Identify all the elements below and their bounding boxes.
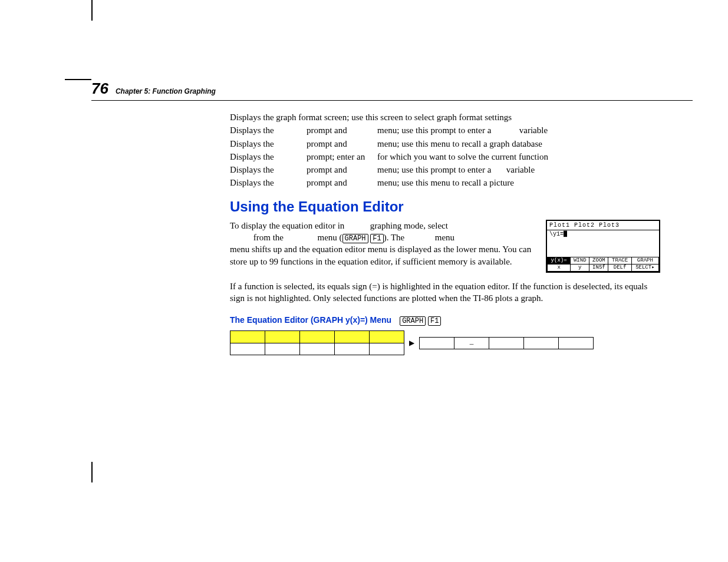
text: ). The <box>384 233 405 242</box>
table-row: Displays the prompt; enter an for which … <box>230 151 660 163</box>
calc-menu-item: x <box>548 264 571 271</box>
cell: menu; use this menu to recall a graph da… <box>377 138 660 150</box>
cell: prompt and <box>307 124 377 136</box>
menu-cell <box>524 337 559 349</box>
menu-cell <box>559 337 594 349</box>
menu-cell <box>335 343 370 355</box>
calc-menu-item: SELCT▸ <box>631 264 658 271</box>
format-row: Displays the graph format screen; use th… <box>230 111 660 123</box>
calc-body: \y1=█ <box>547 230 659 239</box>
table-row: Displays the prompt and menu; use this m… <box>230 177 660 189</box>
calc-menu-item: y <box>571 264 589 271</box>
menu-cell <box>230 343 265 355</box>
table-row: Displays the prompt and menu; use this m… <box>230 138 660 150</box>
section-heading: Using the Equation Editor <box>230 197 660 216</box>
calc-top-row: Plot1 Plot2 Plot3 <box>547 221 659 231</box>
cell: prompt and <box>307 164 377 176</box>
intro-block: To display the equation editor in graphi… <box>230 220 660 273</box>
calc-menu-item: INSf <box>589 264 608 271</box>
subsection-heading: The Equation Editor (GRAPH y(x)=) Menu G… <box>230 315 660 326</box>
page-content: Displays the graph format screen; use th… <box>230 111 660 355</box>
chapter-title: Chapter 5: Function Graphing <box>116 87 216 95</box>
cell: Displays the <box>230 177 307 189</box>
cell: menu; use this prompt to enter a variabl… <box>377 164 660 176</box>
cell-text: menu; use this prompt to enter a <box>377 125 491 135</box>
menu-cell <box>335 331 370 343</box>
menu-cell <box>230 331 265 343</box>
cell-text: menu; use this prompt to enter a <box>377 165 491 174</box>
paragraph: If a function is selected, its equals si… <box>230 280 660 305</box>
paragraph: To display the equation editor in graphi… <box>230 220 534 267</box>
cell: menu; use this prompt to enter a variabl… <box>377 124 660 136</box>
page-body: 76 Chapter 5: Function Graphing Displays… <box>91 80 693 462</box>
calc-menu-item: GRAPH <box>631 257 658 264</box>
cell: menu; use this menu to recall a picture <box>377 177 660 189</box>
menu-cell <box>370 331 404 343</box>
menu-cell <box>265 331 300 343</box>
menu-cell <box>420 337 454 349</box>
calc-menu-item: WIND <box>571 257 589 264</box>
keycap-f1: F1 <box>370 234 383 243</box>
table-row: Displays the prompt and menu; use this p… <box>230 124 660 136</box>
menu-cell: – <box>454 337 489 349</box>
page-header: 76 Chapter 5: Function Graphing <box>91 80 693 101</box>
crop-mark <box>91 462 93 482</box>
cell: prompt and <box>307 177 377 189</box>
text: menu shifts up and the equation editor m… <box>230 244 531 266</box>
table-row: Displays the prompt and menu; use this p… <box>230 164 660 176</box>
calc-menu-item: TRACE <box>608 257 631 264</box>
text: menu <box>435 233 454 242</box>
calculator-screenshot: Plot1 Plot2 Plot3 \y1=█ y(x)= WIND ZOOM … <box>546 220 660 273</box>
menu-cell <box>489 337 524 349</box>
crop-mark <box>65 79 91 80</box>
crop-mark <box>91 0 93 21</box>
cell: Displays the <box>230 151 307 163</box>
keycap-graph: GRAPH <box>400 316 426 326</box>
arrow-right-icon: ▶ <box>409 338 414 348</box>
menu-table-left <box>230 330 404 355</box>
menu-cell <box>300 343 335 355</box>
keycap-graph: GRAPH <box>342 234 368 243</box>
text: graphing mode, select <box>370 221 448 230</box>
calc-menu-item: DELf <box>608 264 631 271</box>
cell-text: variable <box>519 125 548 135</box>
text: from the <box>253 233 284 242</box>
page-number: 76 <box>91 80 108 98</box>
cell: Displays the <box>230 164 307 176</box>
cell: for which you want to solve the current … <box>377 151 660 163</box>
cell: prompt and <box>307 138 377 150</box>
menu-tables: ▶ – <box>230 330 660 355</box>
subsection-title-text: The Equation Editor (GRAPH y(x)=) Menu <box>230 315 391 326</box>
cell: Displays the <box>230 124 307 136</box>
cell: Displays the <box>230 138 307 150</box>
text: menu ( <box>317 233 342 242</box>
cell-text: variable <box>506 165 535 174</box>
calc-menu-item: ZOOM <box>589 257 608 264</box>
menu-cell <box>370 343 404 355</box>
menu-cell <box>300 331 335 343</box>
cell: prompt; enter an <box>307 151 377 163</box>
text: To display the equation editor in <box>230 221 344 230</box>
calc-menu: y(x)= WIND ZOOM TRACE GRAPH x y INSf DEL… <box>547 257 659 272</box>
calc-menu-item: y(x)= <box>548 257 571 264</box>
menu-cell <box>265 343 300 355</box>
keycap-f1: F1 <box>428 316 441 326</box>
menu-table-right: – <box>419 337 594 350</box>
